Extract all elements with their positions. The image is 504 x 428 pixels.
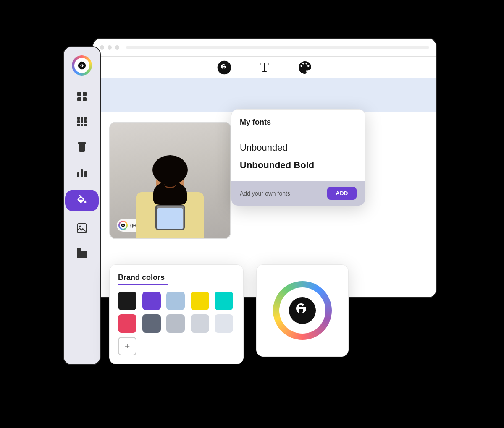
titlebar-url-bar[interactable] — [126, 46, 429, 49]
sidebar-logo[interactable] — [72, 55, 92, 76]
genially-icon — [217, 58, 232, 77]
logo-ring — [273, 281, 332, 340]
watermark-logo — [118, 221, 128, 230]
watermark-g-icon — [121, 223, 125, 227]
fonts-panel-header: My fonts — [231, 110, 365, 132]
trash-icon — [78, 142, 86, 152]
logo-ring-inner — [279, 287, 326, 334]
colors-panel-title: Brand colors — [118, 273, 235, 282]
grid-3x3-icon — [77, 117, 87, 126]
svg-text:T: T — [260, 59, 269, 74]
toolbar-genially-icon[interactable] — [217, 60, 232, 75]
fonts-list: Unbounded Unbounded Bold — [231, 132, 365, 181]
sidebar-item-trash[interactable] — [74, 139, 89, 154]
font-item-unbounded: Unbounded — [240, 139, 357, 157]
sidebar-item-photos[interactable] — [74, 222, 89, 237]
titlebar-dot-3 — [115, 45, 119, 50]
sidebar-item-folders[interactable] — [74, 247, 89, 262]
sidebar — [63, 46, 101, 365]
fonts-panel-title: My fonts — [240, 118, 357, 127]
watermark-logo-inner — [120, 222, 126, 229]
titlebar-dot-2 — [108, 45, 112, 50]
folder-icon — [77, 251, 87, 258]
svg-point-3 — [218, 60, 231, 74]
color-swatch-black[interactable] — [118, 292, 136, 310]
colors-panel: Brand colors + — [109, 264, 244, 364]
add-font-button[interactable]: ADD — [327, 187, 357, 200]
colors-title-underline — [118, 284, 168, 285]
sidebar-item-dashboard[interactable] — [74, 89, 89, 104]
color-swatch-teal[interactable] — [215, 292, 233, 310]
sidebar-logo-inner — [74, 58, 89, 73]
palette-icon — [297, 58, 312, 77]
paint-bucket-icon — [76, 195, 88, 206]
blue-accent-bar — [93, 78, 436, 112]
bar-chart-icon — [77, 167, 87, 177]
fonts-panel-footer: Add your own fonts. ADD — [231, 181, 365, 206]
grid-2x2-icon — [77, 92, 87, 101]
photo-image: genially — [110, 123, 230, 238]
color-swatch-medgray[interactable] — [166, 314, 185, 333]
toolbar-palette-icon[interactable] — [297, 60, 312, 75]
toolbar: T — [93, 57, 436, 78]
color-swatch-lightblue[interactable] — [166, 292, 185, 310]
genially-large-icon — [288, 296, 317, 325]
fonts-panel: My fonts Unbounded Unbounded Bold Add yo… — [231, 109, 365, 206]
toolbar-text-icon[interactable]: T — [257, 60, 272, 75]
sidebar-item-analytics[interactable] — [74, 164, 89, 180]
titlebar — [93, 39, 436, 57]
color-swatch-lightergray[interactable] — [215, 314, 233, 333]
fonts-footer-text: Add your own fonts. — [240, 190, 292, 197]
photo-card: genially — [109, 122, 231, 239]
sidebar-item-apps[interactable] — [74, 114, 89, 129]
add-color-button[interactable]: + — [118, 337, 136, 355]
color-swatch-darkgray[interactable] — [142, 314, 161, 333]
text-icon: T — [257, 58, 272, 77]
font-item-unbounded-bold: Unbounded Bold — [240, 157, 357, 174]
color-swatch-lightgray[interactable] — [191, 314, 209, 333]
colors-grid — [118, 292, 235, 333]
color-swatch-pink[interactable] — [118, 314, 136, 333]
color-swatch-purple[interactable] — [142, 292, 161, 310]
svg-point-6 — [289, 297, 316, 324]
scene: T — [50, 25, 454, 403]
color-swatch-yellow[interactable] — [191, 292, 209, 310]
genially-g-icon — [77, 61, 87, 70]
sidebar-item-brand[interactable] — [65, 190, 99, 211]
titlebar-dot-1 — [100, 45, 104, 50]
svg-point-2 — [79, 226, 81, 227]
logo-card — [256, 264, 349, 357]
photo-icon — [76, 223, 87, 235]
